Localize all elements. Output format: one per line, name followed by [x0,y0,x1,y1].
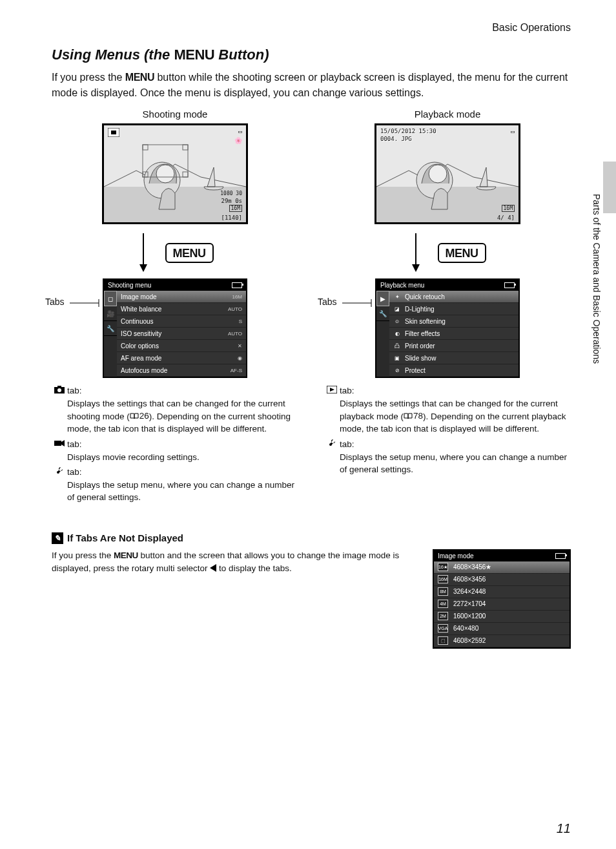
menu-item: Color options✕ [117,340,246,352]
camera-icon [52,384,67,435]
photo-count: 4/ 4] [497,215,515,221]
note-title: If Tabs Are Not Displayed [67,532,183,543]
intro-paragraph: If you press the MENU button while the s… [52,70,571,101]
battery-icon [504,282,515,288]
menu-tabs: ▶ 🔧 [376,291,389,377]
menu-item: ⊘Protect [389,364,518,377]
image-mode-item: 16★4608×3456★ [434,561,570,574]
wrench-icon [52,466,67,504]
menu-item: ▣Slide show [389,352,518,364]
playback-column: Playback mode 15/05/2012 15:30 0004. JPG… [324,109,571,507]
image-mode-item: VGA640×480 [434,623,570,635]
battery-icon [232,282,242,288]
section-header: Basic Operations [52,22,571,34]
svg-point-23 [429,165,447,183]
tab-desc-movie: tab:Displays movie recording settings. [52,438,298,463]
image-mode-item: 4M2272×1704 [434,598,570,611]
wrench-tab-icon: 🔧 [376,306,389,321]
left-arrow-icon [210,564,216,572]
svg-marker-19 [61,440,65,446]
menu-item: Image mode16M [117,291,246,303]
note-section: ✎ If Tabs Are Not Displayed If you press… [52,532,571,649]
title-suffix: Button) [214,47,269,63]
image-mode-title: Image mode [438,552,474,560]
menu-item: ◐Filter effects [389,328,518,340]
note-pencil-icon: ✎ [52,532,63,544]
shooting-screen: ▭ 🌸 1080 30 29m 0s 16M [1140] [102,123,248,224]
camera-mode-icon [108,128,119,137]
wrench-tab-icon: 🔧 [104,321,117,336]
camera-tab-icon: ◻ [104,291,117,306]
page-title: Using Menus (the MENU Button) [52,47,571,63]
menu-item: ◪D-Lighting [389,303,518,315]
img-size: 16M [229,205,242,212]
img-size: 16M [502,205,515,212]
menu-tabs: ◻ 🎥 🔧 [104,291,117,377]
tabs-callout-label: Tabs [45,297,65,307]
svg-rect-10 [111,131,116,134]
menu-item: AF area mode◉ [117,352,246,364]
note-text: If you press the MENU button and the scr… [52,549,420,576]
video-res: 1080 30 [220,191,242,196]
page-ref-icon: 26 [130,410,149,423]
side-thumb-tab [603,162,616,213]
arrow-down-icon [137,233,150,272]
image-mode-item: 16M4608×3456 [434,574,570,586]
tab-desc-camera: tab:Displays the settings that can be ch… [52,384,298,435]
image-mode-item: ⬚4608×2592 [434,635,570,647]
menu-item: ISO sensitivityAUTO [117,328,246,340]
tab-desc-play: tab:Displays the settings that can be ch… [324,384,571,435]
shooting-menu-title: Shooting menu [108,282,151,289]
playback-menu-title: Playback menu [380,282,424,289]
movie-icon [52,438,67,463]
shooting-column: Shooting mode [52,109,298,507]
playback-screen: 15/05/2012 15:30 0004. JPG ▭ 16M 4/ 4] [375,123,520,224]
shots-remaining: [1140] [221,215,242,221]
page-ref-icon: 78 [404,410,423,423]
playback-mode-label: Playback mode [324,109,571,120]
rec-time: 29m 0s [221,198,242,204]
photo-date: 15/05/2012 15:30 [380,128,436,134]
photo-file: 0004. JPG [380,136,412,142]
arrow-down-icon [409,233,422,272]
svg-rect-18 [54,441,61,446]
playback-menu-lcd: Playback menu ▶ 🔧 ✦Quick retouch ◪D-Ligh… [375,278,520,378]
image-mode-item: 8M3264×2448 [434,586,570,598]
image-mode-lcd: Image mode 16★4608×3456★ 16M4608×3456 8M… [433,549,571,649]
shooting-menu-lcd: Shooting menu ◻ 🎥 🔧 Image mode16M White … [103,278,247,378]
menu-item: ContinuousS [117,315,246,328]
tabs-callout-label: Tabs [318,297,337,307]
tab-desc-wrench: tab:Displays the setup menu, where you c… [324,438,571,476]
svg-marker-12 [139,264,147,272]
wrench-icon [324,438,340,476]
callout-line [342,298,375,311]
menu-button-badge: MENU [438,243,486,263]
battery-icon: ▭ [238,128,242,135]
macro-icon: 🌸 [234,137,242,144]
callout-line [70,298,102,311]
shooting-mode-label: Shooting mode [52,109,298,120]
menu-item: White balanceAUTO [117,303,246,315]
play-icon [324,384,340,435]
menu-item: 凸Print order [389,340,518,352]
battery-icon [555,553,566,559]
sidebar-chapter-text: Parts of the Camera and Basic Operations [591,194,602,364]
tab-desc-wrench: tab:Displays the setup menu, where you c… [52,466,298,504]
battery-icon: ▭ [511,128,515,135]
svg-point-17 [57,388,61,392]
play-tab-icon: ▶ [376,291,389,306]
title-prefix: Using Menus (the [52,47,174,63]
movie-tab-icon: 🎥 [104,306,117,321]
page-number: 11 [557,821,571,836]
menu-item: Autofocus modeAF-S [117,364,246,377]
menu-item: ☺Skin softening [389,315,518,328]
svg-marker-29 [330,388,334,392]
menu-word: MENU [125,72,154,83]
image-mode-item: 2M1600×1200 [434,611,570,623]
svg-point-3 [156,165,174,183]
menu-item: ✦Quick retouch [389,291,518,303]
title-menu-word: MENU [174,47,214,63]
svg-rect-16 [57,386,61,388]
svg-marker-25 [412,264,420,272]
menu-button-badge: MENU [165,243,214,263]
